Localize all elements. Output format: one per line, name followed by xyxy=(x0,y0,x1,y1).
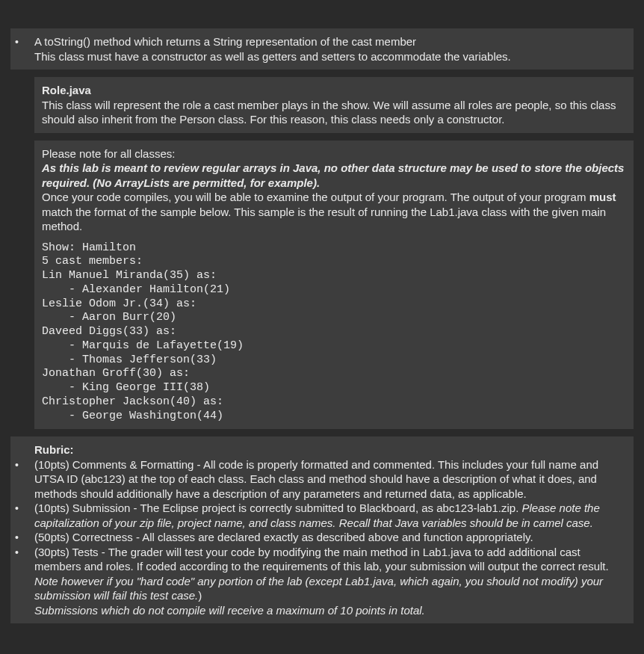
compile-post: match the format of the sample below. Th… xyxy=(42,206,606,233)
bullet-icon: • xyxy=(10,545,34,559)
compile-must: must xyxy=(589,191,616,203)
section-rubric: Rubric: • (10pts) Comments & Formatting … xyxy=(10,436,634,623)
note-emph: As this lab is meant to review regular a… xyxy=(42,161,626,190)
r2-pre: (10pts) Submission - The Eclipse project… xyxy=(34,502,522,514)
role-title: Role.java xyxy=(42,83,626,98)
bullet-icon: • xyxy=(10,530,34,544)
bullet-icon: • xyxy=(10,457,34,472)
role-desc: This class will represent the role a cas… xyxy=(42,98,626,127)
section-note: Please note for all classes: As this lab… xyxy=(34,141,634,430)
section-tostring: • A toString() method which returns a St… xyxy=(10,28,634,70)
sample-output: Show: Hamilton 5 cast members: Lin Manue… xyxy=(42,241,626,424)
rubric-item-1: • (10pts) Comments & Formatting - All co… xyxy=(10,457,626,502)
top-spacer xyxy=(0,0,644,21)
bullet-icon: • xyxy=(10,501,34,515)
rubric-3-text: (50pts) Correctness - All classes are de… xyxy=(34,530,626,545)
section-role: Role.java This class will represent the … xyxy=(34,77,634,133)
r4-ital: Note however if you "hard code" any port… xyxy=(34,575,603,602)
r4-pre: (30pts) Tests - The grader will test you… xyxy=(34,546,609,573)
rubric-item-4: • (30pts) Tests - The grader will test y… xyxy=(10,545,626,618)
rubric-title: Rubric: xyxy=(34,442,626,457)
tostring-line1: A toString() method which returns a Stri… xyxy=(34,34,626,49)
bullet-content: A toString() method which returns a Stri… xyxy=(34,34,626,64)
rubric-item-3: • (50pts) Correctness - All classes are … xyxy=(10,530,626,545)
rubric-1-text: (10pts) Comments & Formatting - All code… xyxy=(34,457,626,502)
rubric-4-text: (30pts) Tests - The grader will test you… xyxy=(34,545,626,618)
r4-post: ) xyxy=(198,589,202,602)
r5-ital: Submissions which do not compile will re… xyxy=(34,603,626,618)
tostring-line2: This class must have a constructor as we… xyxy=(34,49,626,64)
rubric-2-text: (10pts) Submission - The Eclipse project… xyxy=(34,501,626,530)
note-label: Please note for all classes: xyxy=(42,146,626,161)
bullet-icon: • xyxy=(10,34,34,49)
compile-pre: Once your code compiles, you will be abl… xyxy=(42,191,589,203)
rubric-item-2: • (10pts) Submission - The Eclipse proje… xyxy=(10,501,626,530)
note-compile: Once your code compiles, you will be abl… xyxy=(42,190,626,234)
